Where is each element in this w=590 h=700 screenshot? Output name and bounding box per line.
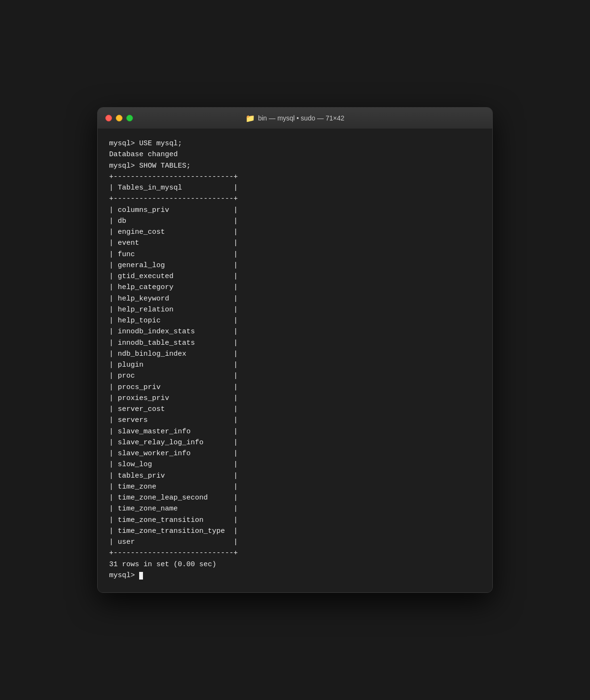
terminal-line: | time_zone_name | [109, 503, 481, 514]
maximize-button[interactable] [126, 115, 133, 121]
terminal-line: | innodb_table_stats | [109, 338, 481, 349]
window-title: 📁 bin — mysql • sudo — 71×42 [245, 114, 344, 123]
terminal-line: | proxies_priv | [109, 393, 481, 404]
terminal-line: | general_log | [109, 260, 481, 271]
terminal-line: | slave_relay_log_info | [109, 437, 481, 448]
terminal-line: | help_topic | [109, 315, 481, 326]
terminal-line: | time_zone_transition_type | [109, 526, 481, 537]
terminal-line: Database changed [109, 149, 481, 160]
terminal-line: | proc | [109, 370, 481, 381]
terminal-line: mysql> SHOW TABLES; [109, 160, 481, 171]
terminal-line: mysql> USE mysql; [109, 138, 481, 149]
terminal-output: mysql> USE mysql;Database changedmysql> … [109, 138, 481, 581]
terminal-line: | plugin | [109, 360, 481, 370]
terminal-cursor [139, 572, 143, 580]
terminal-line: | slow_log | [109, 459, 481, 470]
terminal-line: | gtid_executed | [109, 271, 481, 282]
terminal-line: +----------------------------+ [109, 193, 481, 204]
terminal-line: | event | [109, 238, 481, 249]
terminal-line: | Tables_in_mysql | [109, 182, 481, 193]
terminal-line: | func | [109, 249, 481, 260]
terminal-line: mysql> [109, 570, 481, 581]
title-bar: 📁 bin — mysql • sudo — 71×42 [98, 108, 492, 129]
minimize-button[interactable] [116, 115, 122, 121]
terminal-line: | slave_master_info | [109, 426, 481, 437]
terminal-line: | help_category | [109, 282, 481, 293]
terminal-line: | user | [109, 537, 481, 548]
terminal-line: | server_cost | [109, 404, 481, 415]
terminal-line: | time_zone | [109, 481, 481, 492]
terminal-line: | ndb_binlog_index | [109, 349, 481, 360]
terminal-line: | procs_priv | [109, 382, 481, 393]
traffic-lights [105, 115, 133, 121]
terminal-line: +----------------------------+ [109, 171, 481, 182]
terminal-line: 31 rows in set (0.00 sec) [109, 559, 481, 570]
terminal-body[interactable]: mysql> USE mysql;Database changedmysql> … [98, 129, 492, 592]
terminal-line: +----------------------------+ [109, 548, 481, 559]
title-label: bin — mysql • sudo — 71×42 [258, 114, 344, 122]
terminal-line: | help_relation | [109, 304, 481, 315]
terminal-line: | engine_cost | [109, 227, 481, 238]
terminal-line: | db | [109, 216, 481, 227]
close-button[interactable] [105, 115, 112, 121]
terminal-line: | innodb_index_stats | [109, 326, 481, 337]
terminal-line: | tables_priv | [109, 470, 481, 481]
terminal-window: 📁 bin — mysql • sudo — 71×42 mysql> USE … [97, 107, 493, 593]
terminal-line: | columns_priv | [109, 205, 481, 216]
terminal-line: | servers | [109, 415, 481, 426]
folder-icon: 📁 [245, 114, 255, 123]
terminal-line: | slave_worker_info | [109, 448, 481, 459]
terminal-line: | time_zone_leap_second | [109, 492, 481, 503]
terminal-line: | help_keyword | [109, 293, 481, 304]
terminal-line: | time_zone_transition | [109, 515, 481, 526]
